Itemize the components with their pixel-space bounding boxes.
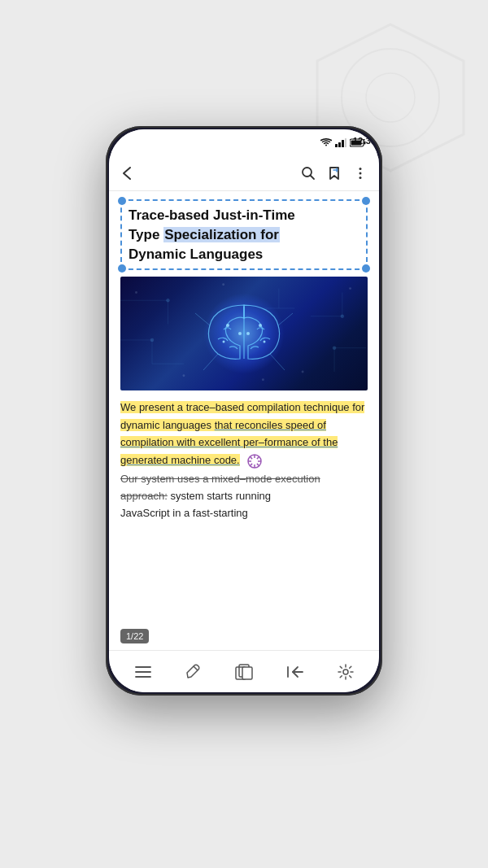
bottom-toolbar (109, 650, 379, 692)
toolbar-settings[interactable] (329, 661, 362, 683)
content-area: Trace-based Just-in-Time Type Specializa… (109, 191, 379, 650)
svg-point-1 (366, 73, 415, 122)
svg-line-45 (278, 313, 293, 325)
annotation-star-icon[interactable] (246, 451, 264, 470)
svg-point-36 (302, 371, 304, 373)
paper-title: Trace-based Just-in-Time Type Specializa… (129, 206, 359, 264)
svg-point-33 (222, 284, 224, 286)
title-highlight: Specialization for (163, 227, 280, 242)
svg-line-54 (257, 463, 259, 465)
svg-line-44 (195, 313, 210, 325)
nav-right-icons (301, 166, 368, 181)
svg-point-39 (259, 324, 262, 327)
svg-line-56 (251, 463, 253, 465)
svg-point-31 (135, 291, 137, 294)
svg-point-29 (341, 315, 344, 318)
svg-point-40 (223, 341, 225, 343)
svg-line-53 (251, 456, 253, 459)
toolbar-pages[interactable] (227, 661, 261, 683)
svg-point-30 (333, 347, 336, 350)
svg-line-55 (257, 456, 259, 459)
selection-handle-bl[interactable] (118, 264, 126, 273)
more-button[interactable] (353, 166, 368, 181)
search-button[interactable] (301, 166, 316, 181)
svg-point-28 (150, 338, 154, 342)
svg-point-38 (226, 324, 229, 327)
selection-handle-tr[interactable] (362, 197, 370, 205)
svg-line-60 (194, 666, 198, 670)
svg-point-42 (238, 332, 242, 335)
svg-point-41 (264, 341, 266, 343)
phone-mockup: 12:35 (106, 126, 382, 696)
svg-line-47 (270, 354, 285, 370)
svg-rect-5 (345, 138, 346, 147)
svg-point-27 (167, 299, 170, 303)
brain-visualization (195, 289, 293, 378)
page-indicator: 1/22 (120, 629, 149, 643)
abstract-continuation: JavaScript in a fast-starting (120, 507, 248, 519)
paper-image (120, 277, 368, 390)
svg-point-14 (359, 172, 362, 174)
svg-line-10 (311, 175, 315, 179)
toolbar-toc[interactable] (126, 661, 160, 683)
abstract-normal-text: system starts running (170, 490, 271, 502)
svg-point-15 (359, 177, 362, 179)
phone-frame: 12:35 (106, 126, 382, 696)
selection-handle-br[interactable] (362, 264, 370, 273)
nav-bar (109, 155, 379, 191)
status-time: 12:35 (353, 136, 376, 146)
svg-point-35 (182, 375, 185, 377)
svg-point-43 (246, 332, 250, 335)
svg-rect-2 (335, 144, 338, 147)
title-part3: Dynamic Languages (129, 246, 263, 262)
svg-line-46 (203, 354, 218, 370)
wifi-icon (320, 138, 332, 147)
status-bar: 12:35 (109, 129, 379, 155)
toolbar-back[interactable] (278, 661, 312, 683)
svg-point-64 (343, 670, 348, 674)
svg-rect-4 (342, 140, 344, 147)
toolbar-annotate[interactable] (177, 661, 210, 683)
svg-point-34 (262, 379, 264, 382)
title-part1: Trace-based Just-in-Time (129, 207, 295, 223)
selection-handle-tl[interactable] (118, 197, 126, 205)
svg-rect-63 (242, 667, 252, 679)
phone-screen: 12:35 (109, 129, 379, 692)
svg-rect-3 (338, 142, 341, 147)
svg-point-13 (359, 168, 362, 170)
svg-point-32 (349, 288, 351, 290)
signal-icon (335, 138, 346, 147)
abstract-text: We present a trace–based compilation tec… (120, 399, 368, 521)
bookmark-button[interactable] (327, 166, 342, 181)
title-part2: Type (129, 227, 163, 242)
title-selection-box: Trace-based Just-in-Time Type Specializa… (120, 199, 368, 270)
back-button[interactable] (120, 166, 137, 181)
